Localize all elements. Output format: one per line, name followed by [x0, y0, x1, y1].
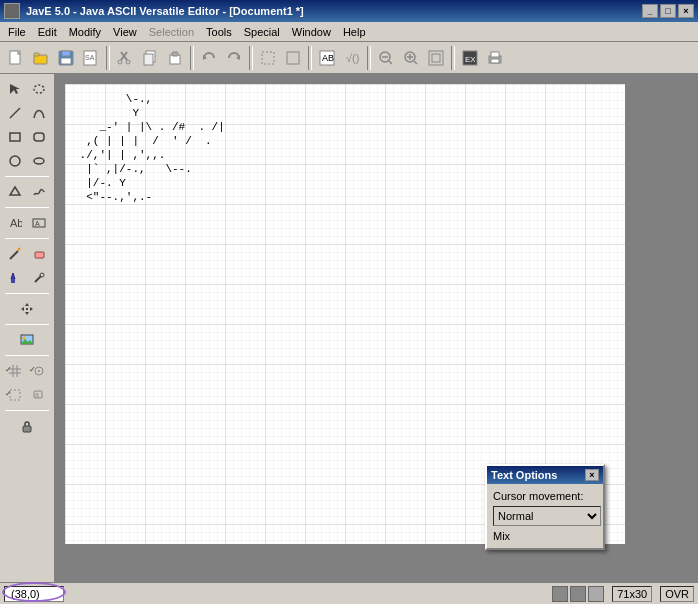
bezier-tool[interactable]	[28, 102, 50, 124]
menu-modify[interactable]: Modify	[63, 24, 107, 40]
lasso-tool[interactable]	[28, 78, 50, 100]
deselect-button[interactable]	[281, 46, 305, 70]
svg-point-60	[23, 337, 26, 340]
menu-tools[interactable]: Tools	[200, 24, 238, 40]
menu-help[interactable]: Help	[337, 24, 372, 40]
text-options-dialog: Text Options × Cursor movement: Normal M…	[485, 464, 605, 550]
line-tool[interactable]	[4, 102, 26, 124]
rect-tool[interactable]	[4, 126, 26, 148]
copy-button[interactable]	[138, 46, 162, 70]
text-options-close-button[interactable]: ×	[585, 469, 599, 481]
grid-toggle[interactable]: ✓	[4, 360, 26, 382]
menu-edit[interactable]: Edit	[32, 24, 63, 40]
left-tool-row-11: ✓ ✓	[4, 360, 50, 382]
canvas-area[interactable]: \-., Y _-' | |\ . /# . /| ,( | | | / ' /…	[55, 74, 698, 582]
polygon-tool[interactable]	[4, 181, 26, 203]
svg-marker-56	[21, 307, 24, 311]
paste-button[interactable]	[163, 46, 187, 70]
zoom-in-button[interactable]	[399, 46, 423, 70]
left-tool-row-8	[4, 267, 50, 289]
svg-rect-58	[26, 308, 28, 310]
text-tool[interactable]: Ab	[4, 212, 26, 234]
wand-tool[interactable]	[4, 243, 26, 265]
left-tool-row-10	[16, 329, 38, 351]
svg-rect-35	[491, 59, 499, 63]
minimize-button[interactable]: _	[642, 4, 658, 18]
arrow-tool[interactable]	[4, 78, 26, 100]
svg-point-38	[34, 85, 44, 93]
undo-button[interactable]	[197, 46, 221, 70]
select-button[interactable]	[256, 46, 280, 70]
left-tool-row-3	[4, 126, 50, 148]
move-tool[interactable]	[16, 298, 38, 320]
left-tool-row-6: Ab A	[4, 212, 50, 234]
svg-rect-18	[262, 52, 274, 64]
rounded-rect-tool[interactable]	[28, 126, 50, 148]
left-separator-7	[5, 410, 49, 411]
zoom-out-button[interactable]	[374, 46, 398, 70]
svg-rect-50	[35, 252, 44, 258]
svg-line-39	[10, 108, 20, 118]
cut-button[interactable]	[113, 46, 137, 70]
save-button[interactable]	[54, 46, 78, 70]
main-area: Ab A	[0, 74, 698, 582]
status-icon-1	[552, 586, 568, 602]
left-tool-row-4	[4, 150, 50, 172]
open-button[interactable]	[29, 46, 53, 70]
toolbar: SA AB √()	[0, 42, 698, 74]
image-tool[interactable]	[16, 329, 38, 351]
title-bar: JavE 5.0 - Java ASCII Versatile Editor -…	[0, 0, 698, 22]
toolbar-separator-6	[451, 46, 455, 70]
lock-tool[interactable]	[16, 415, 38, 437]
ellipse-tool[interactable]	[28, 150, 50, 172]
left-separator-5	[5, 324, 49, 325]
left-tool-row-9	[16, 298, 38, 320]
export-button[interactable]: EX	[458, 46, 482, 70]
svg-point-11	[126, 60, 130, 64]
eyedropper-tool[interactable]	[28, 267, 50, 289]
menu-special[interactable]: Special	[238, 24, 286, 40]
svg-rect-30	[429, 51, 443, 65]
left-tool-row-13	[16, 415, 38, 437]
new-button[interactable]	[4, 46, 28, 70]
toolbar-separator-5	[367, 46, 371, 70]
svg-rect-51	[11, 279, 15, 283]
circle-tool[interactable]	[4, 150, 26, 172]
snap-toggle[interactable]: ✓	[28, 360, 50, 382]
fill-tool[interactable]	[4, 267, 26, 289]
char-map-button[interactable]: AB	[315, 46, 339, 70]
svg-rect-4	[62, 51, 70, 56]
cursor-movement-select[interactable]: Normal Mix	[493, 506, 601, 526]
saveas-button[interactable]: SA	[79, 46, 103, 70]
status-icon-2	[570, 586, 586, 602]
toolbar-separator-3	[249, 46, 253, 70]
close-button[interactable]: ×	[678, 4, 694, 18]
text-box-tool[interactable]: A	[28, 212, 50, 234]
svg-rect-2	[34, 53, 39, 56]
rubber-tool[interactable]	[28, 243, 50, 265]
status-right: 71x30 OVR	[552, 586, 694, 602]
left-separator-6	[5, 355, 49, 356]
print-button[interactable]	[483, 46, 507, 70]
svg-line-27	[414, 61, 417, 64]
svg-line-48	[10, 251, 18, 259]
svg-text:AB: AB	[322, 53, 334, 63]
menu-file[interactable]: File	[2, 24, 32, 40]
status-bar: (38,0) 71x30 OVR	[0, 582, 698, 604]
redo-button[interactable]	[222, 46, 246, 70]
freehand-tool[interactable]	[28, 181, 50, 203]
select-all-tool[interactable]: ✓	[4, 384, 26, 406]
tag-tool[interactable]: a	[28, 384, 50, 406]
menu-view[interactable]: View	[107, 24, 143, 40]
svg-text:SA: SA	[85, 54, 95, 61]
svg-point-10	[118, 60, 122, 64]
menu-selection[interactable]: Selection	[143, 24, 200, 40]
formula-button[interactable]: √()	[340, 46, 364, 70]
left-tool-row-1	[4, 78, 50, 100]
fit-button[interactable]	[424, 46, 448, 70]
maximize-button[interactable]: □	[660, 4, 676, 18]
menu-window[interactable]: Window	[286, 24, 337, 40]
svg-marker-57	[30, 307, 33, 311]
svg-point-67	[38, 370, 40, 372]
svg-marker-54	[25, 303, 29, 306]
